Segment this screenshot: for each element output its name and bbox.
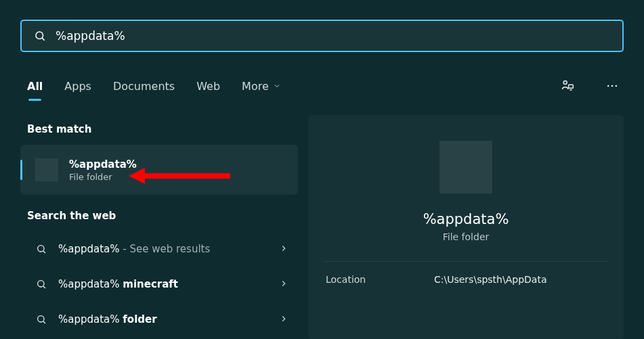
web-result[interactable]: %appdata% - See web results <box>20 231 298 267</box>
preview-title: %appdata% <box>423 211 509 227</box>
web-result-label: %appdata% folder <box>58 313 279 325</box>
svg-point-12 <box>38 316 44 322</box>
search-icon <box>30 279 53 290</box>
chevron-right-icon <box>279 313 288 326</box>
chevron-right-icon <box>279 278 288 291</box>
tab-all[interactable]: All <box>27 80 43 93</box>
best-match-result[interactable]: %appdata% File folder <box>20 145 298 195</box>
svg-point-2 <box>563 81 567 85</box>
preview-panel: %appdata% File folder Location C:\Users\… <box>308 115 624 339</box>
search-icon <box>30 244 53 254</box>
svg-line-11 <box>43 286 45 288</box>
web-result[interactable]: %appdata% folder <box>20 302 298 337</box>
preview-row-value: C:\Users\spsth\AppData <box>434 274 546 285</box>
selection-indicator <box>20 160 22 180</box>
web-result[interactable]: %appdata% minecraft <box>20 267 298 302</box>
tab-apps[interactable]: Apps <box>64 80 91 93</box>
chevron-right-icon <box>279 243 288 256</box>
svg-point-0 <box>36 32 43 39</box>
best-match-title: %appdata% <box>69 158 137 171</box>
preview-row-key: Location <box>326 274 434 285</box>
filter-tabs: All Apps Documents Web More <box>27 74 624 97</box>
search-icon <box>30 314 53 325</box>
tab-label: All <box>27 80 43 93</box>
svg-rect-3 <box>569 85 574 88</box>
svg-point-6 <box>611 85 614 87</box>
svg-point-8 <box>38 246 44 252</box>
web-result-label: %appdata% minecraft <box>58 278 279 290</box>
tab-label: Apps <box>64 80 91 93</box>
account-devices-icon[interactable] <box>556 74 579 97</box>
preview-row: Location C:\Users\spsth\AppData <box>308 262 624 297</box>
svg-point-5 <box>607 85 609 87</box>
results-column: Best match %appdata% File folder Search … <box>20 115 298 337</box>
preview-subtitle: File folder <box>443 231 490 242</box>
tab-label: More <box>242 80 269 93</box>
folder-icon <box>35 158 58 181</box>
tab-web[interactable]: Web <box>196 80 220 93</box>
search-box[interactable] <box>20 20 624 52</box>
svg-line-13 <box>43 321 45 323</box>
tab-label: Web <box>196 80 220 93</box>
best-match-heading: Best match <box>27 123 291 135</box>
best-match-subtitle: File folder <box>69 172 137 182</box>
search-web-heading: Search the web <box>27 210 291 222</box>
folder-icon <box>439 141 492 194</box>
svg-line-9 <box>43 251 45 253</box>
search-input[interactable] <box>56 29 610 43</box>
tab-label: Documents <box>113 80 175 93</box>
search-icon <box>34 30 46 42</box>
tab-documents[interactable]: Documents <box>113 80 175 93</box>
svg-line-1 <box>42 38 44 40</box>
web-result-label: %appdata% - See web results <box>58 243 279 255</box>
chevron-down-icon <box>273 82 281 90</box>
more-options-icon[interactable] <box>601 74 624 97</box>
tab-more[interactable]: More <box>242 80 281 93</box>
svg-point-7 <box>616 85 618 87</box>
svg-point-10 <box>38 281 44 287</box>
